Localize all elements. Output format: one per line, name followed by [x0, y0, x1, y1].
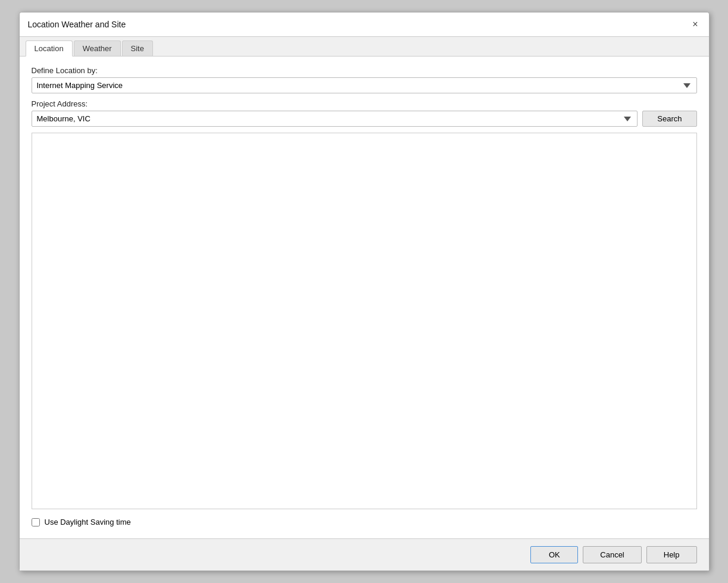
daylight-label[interactable]: Use Daylight Saving time [45, 518, 131, 526]
dialog-window: Location Weather and Site × Location Wea… [19, 12, 710, 571]
tab-site[interactable]: Site [122, 40, 153, 56]
define-location-dropdown[interactable]: Internet Mapping Service [32, 77, 697, 93]
project-address-row: Melbourne, VIC Search [32, 111, 697, 127]
define-location-label: Define Location by: [32, 66, 697, 75]
daylight-checkbox[interactable] [32, 518, 40, 526]
project-address-label: Project Address: [32, 99, 697, 108]
search-button[interactable]: Search [642, 111, 696, 127]
tab-location[interactable]: Location [26, 40, 73, 57]
address-select[interactable]: Melbourne, VIC [32, 111, 638, 127]
help-button[interactable]: Help [646, 546, 697, 563]
dialog-title: Location Weather and Site [28, 20, 126, 29]
title-bar: Location Weather and Site × [20, 12, 709, 37]
dialog-content: Define Location by: Internet Mapping Ser… [20, 57, 709, 538]
tabs-bar: Location Weather Site [20, 37, 709, 57]
ok-button[interactable]: OK [530, 546, 578, 563]
daylight-row: Use Daylight Saving time [32, 515, 697, 529]
project-address-section: Project Address: Melbourne, VIC Search [32, 99, 697, 127]
close-button[interactable]: × [690, 18, 700, 30]
define-location-section: Define Location by: Internet Mapping Ser… [32, 66, 697, 93]
cancel-button[interactable]: Cancel [583, 546, 641, 563]
tab-weather[interactable]: Weather [74, 40, 121, 56]
map-container[interactable]: M1 M3 DonnybrookMineralSpring Whittlesea… [32, 133, 697, 509]
dialog-footer: OK Cancel Help [20, 538, 709, 571]
